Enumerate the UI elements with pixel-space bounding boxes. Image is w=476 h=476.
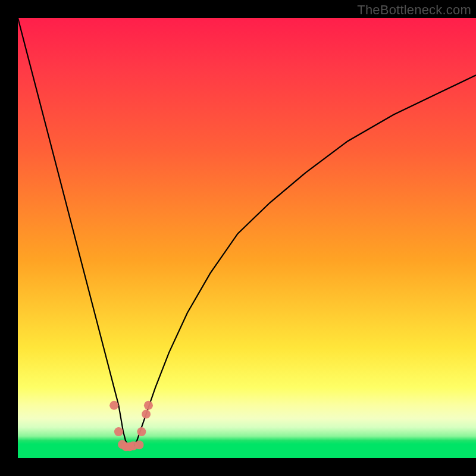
marker-dot — [125, 442, 134, 451]
chart-frame: TheBottleneck.com — [0, 0, 476, 476]
marker-dot — [137, 427, 146, 436]
frame-left-bar — [0, 0, 18, 476]
curve-markers — [109, 401, 153, 452]
marker-dot — [142, 410, 151, 419]
marker-dot — [135, 440, 144, 449]
bottleneck-curve — [18, 18, 476, 447]
frame-bottom-bar — [0, 458, 476, 476]
bottleneck-curve-svg — [18, 18, 476, 458]
marker-dot — [121, 442, 130, 451]
marker-dot — [109, 401, 118, 410]
marker-dot — [129, 441, 138, 450]
plot-area — [18, 18, 476, 458]
marker-dot — [118, 440, 127, 449]
marker-dot — [144, 401, 153, 410]
attribution-text: TheBottleneck.com — [357, 2, 471, 18]
marker-dot — [114, 427, 123, 436]
